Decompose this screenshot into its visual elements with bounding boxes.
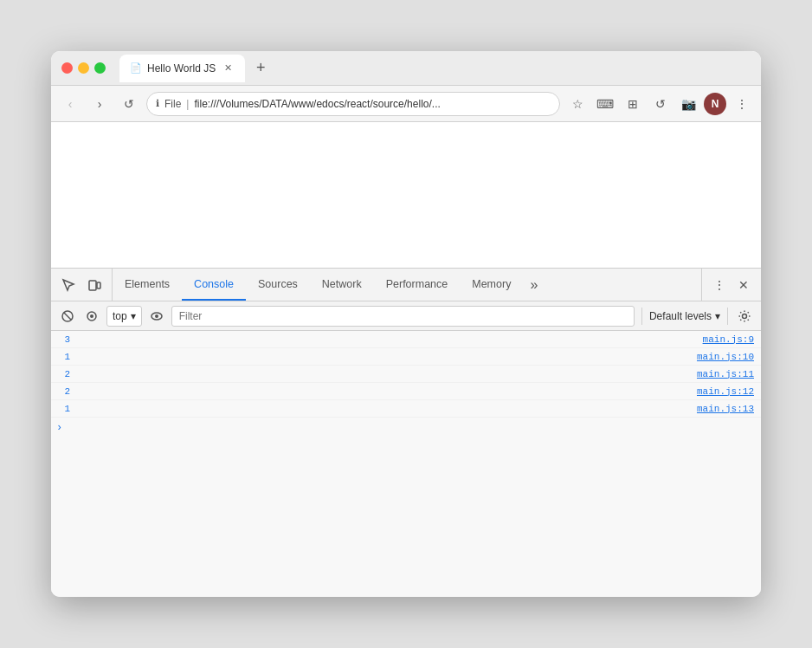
tab-console[interactable]: Console bbox=[182, 269, 246, 301]
context-arrow-icon: ▾ bbox=[131, 310, 136, 322]
devtools-tabs: Elements Console Sources Network Perform… bbox=[113, 269, 701, 301]
devtools-close-button[interactable]: ✕ bbox=[733, 275, 754, 295]
table-row: 2 main.js:11 bbox=[51, 366, 761, 383]
url-text: file:///Volumes/DATA/www/edocs/react/sou… bbox=[194, 98, 551, 110]
bookmark-icon: ☆ bbox=[572, 97, 583, 111]
table-row: 3 main.js:9 bbox=[51, 331, 761, 348]
console-file-3[interactable]: main.js:11 bbox=[697, 369, 754, 379]
nav-bar: ‹ › ↺ ℹ File | file:///Volumes/DATA/www/… bbox=[51, 86, 761, 122]
console-count-2: 1 bbox=[51, 352, 77, 362]
console-count-3: 2 bbox=[51, 369, 77, 379]
tab-sources[interactable]: Sources bbox=[246, 269, 310, 301]
url-separator: | bbox=[186, 98, 189, 110]
tab-close-icon[interactable]: ✕ bbox=[221, 62, 235, 75]
console-count-1: 3 bbox=[51, 334, 77, 345]
console-file-2[interactable]: main.js:10 bbox=[697, 352, 754, 362]
forward-icon: › bbox=[98, 97, 102, 111]
chrome-menu-button[interactable]: ⋮ bbox=[730, 92, 754, 116]
info-icon: ℹ bbox=[156, 98, 159, 109]
console-file-5[interactable]: main.js:13 bbox=[697, 404, 754, 414]
tab-area: 📄 Hello World JS ✕ + bbox=[119, 55, 751, 82]
traffic-lights bbox=[61, 62, 106, 74]
eye-button[interactable] bbox=[147, 307, 166, 326]
context-label: top bbox=[113, 310, 127, 322]
svg-point-5 bbox=[90, 314, 93, 318]
inspect-element-button[interactable] bbox=[58, 275, 79, 295]
svg-rect-0 bbox=[89, 281, 96, 290]
tab-favicon-icon: 📄 bbox=[130, 62, 142, 75]
extension-3-icon: ↺ bbox=[655, 97, 666, 111]
device-mode-icon bbox=[87, 278, 101, 292]
devtools-toolbar: Elements Console Sources Network Perform… bbox=[51, 269, 761, 301]
svg-point-8 bbox=[743, 314, 747, 318]
minimize-button[interactable] bbox=[78, 62, 89, 74]
tab-memory[interactable]: Memory bbox=[460, 269, 523, 301]
console-settings-button[interactable] bbox=[735, 307, 754, 326]
toolbar-divider bbox=[641, 308, 642, 325]
default-levels-arrow-icon: ▾ bbox=[715, 310, 720, 322]
svg-point-7 bbox=[155, 314, 158, 318]
reload-icon: ↺ bbox=[124, 97, 134, 111]
default-levels-label: Default levels bbox=[649, 310, 712, 322]
svg-rect-1 bbox=[97, 282, 100, 288]
tab-performance[interactable]: Performance bbox=[374, 269, 461, 301]
clear-console-button[interactable] bbox=[58, 307, 77, 326]
clear-icon bbox=[61, 309, 74, 323]
extension-btn-2[interactable]: ⊞ bbox=[621, 92, 645, 116]
filter-icon bbox=[85, 309, 99, 323]
page-content bbox=[51, 122, 761, 268]
back-button[interactable]: ‹ bbox=[58, 92, 82, 116]
bookmark-button[interactable]: ☆ bbox=[565, 92, 590, 116]
more-tabs-button[interactable]: » bbox=[523, 269, 545, 301]
devtools-kebab-button[interactable]: ⋮ bbox=[709, 275, 730, 295]
settings-icon bbox=[738, 309, 751, 323]
extension-btn-1[interactable]: ⌨ bbox=[593, 92, 617, 116]
back-icon: ‹ bbox=[68, 97, 73, 111]
device-mode-button[interactable] bbox=[84, 275, 105, 295]
reload-button[interactable]: ↺ bbox=[117, 92, 141, 116]
table-row: 2 main.js:12 bbox=[51, 383, 761, 400]
tab-title: Hello World JS bbox=[147, 62, 216, 75]
extension-1-icon: ⌨ bbox=[596, 97, 614, 111]
extension-2-icon: ⊞ bbox=[628, 97, 638, 111]
nav-actions: ☆ ⌨ ⊞ ↺ 📷 N ⋮ bbox=[565, 92, 754, 116]
menu-icon: ⋮ bbox=[736, 97, 748, 111]
devtools-panel: Elements Console Sources Network Perform… bbox=[51, 268, 761, 597]
extension-btn-3[interactable]: ↺ bbox=[648, 92, 673, 116]
console-prompt-row[interactable]: › bbox=[51, 418, 761, 438]
camera-icon: 📷 bbox=[681, 97, 696, 111]
table-row: 1 main.js:10 bbox=[51, 348, 761, 366]
console-file-1[interactable]: main.js:9 bbox=[703, 334, 754, 345]
console-count-5: 1 bbox=[51, 404, 77, 414]
devtools-icon-group bbox=[51, 269, 113, 301]
svg-line-3 bbox=[64, 313, 71, 320]
filter-input[interactable] bbox=[171, 306, 635, 327]
browser-window: 📄 Hello World JS ✕ + ‹ › ↺ ℹ File | file… bbox=[51, 51, 761, 597]
file-label: File bbox=[164, 98, 181, 110]
tab-elements[interactable]: Elements bbox=[113, 269, 182, 301]
context-selector[interactable]: top ▾ bbox=[106, 306, 142, 327]
profile-label: N bbox=[712, 98, 719, 110]
console-toolbar: top ▾ Default levels ▾ bbox=[51, 301, 761, 331]
maximize-button[interactable] bbox=[94, 62, 106, 74]
toolbar-divider-2 bbox=[727, 308, 728, 325]
prompt-icon: › bbox=[56, 422, 62, 434]
forward-button[interactable]: › bbox=[87, 92, 112, 116]
tab-network[interactable]: Network bbox=[310, 269, 374, 301]
inspect-icon bbox=[61, 278, 75, 292]
new-tab-button[interactable]: + bbox=[248, 56, 273, 81]
address-bar[interactable]: ℹ File | file:///Volumes/DATA/www/edocs/… bbox=[146, 92, 560, 116]
console-content: 3 main.js:9 1 main.js:10 2 main.js:11 2 … bbox=[51, 331, 761, 597]
eye-icon bbox=[150, 309, 164, 323]
table-row: 1 main.js:13 bbox=[51, 400, 761, 418]
default-levels-selector[interactable]: Default levels ▾ bbox=[649, 310, 720, 322]
console-count-4: 2 bbox=[51, 386, 77, 397]
filter-toggle-button[interactable] bbox=[82, 307, 101, 326]
title-bar: 📄 Hello World JS ✕ + bbox=[51, 51, 761, 86]
console-file-4[interactable]: main.js:12 bbox=[697, 386, 754, 397]
profile-button[interactable]: N bbox=[704, 93, 726, 115]
browser-tab[interactable]: 📄 Hello World JS ✕ bbox=[119, 55, 245, 82]
devtools-right-actions: ⋮ ✕ bbox=[701, 269, 761, 301]
camera-button[interactable]: 📷 bbox=[676, 92, 700, 116]
close-button[interactable] bbox=[61, 62, 73, 74]
